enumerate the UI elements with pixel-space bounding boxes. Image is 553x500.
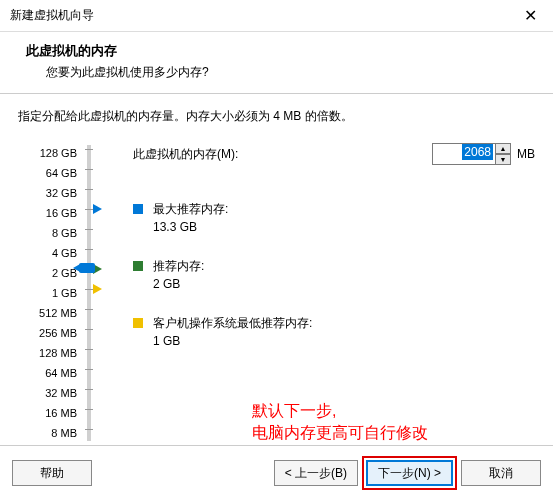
spinner-up-icon[interactable]: ▲ [495, 143, 511, 154]
current-pointer-icon [73, 263, 82, 273]
min-pointer-icon [93, 284, 102, 294]
memory-value: 2068 [462, 144, 493, 160]
page-subtitle: 您要为此虚拟机使用多少内存? [46, 64, 537, 81]
scale-label: 128 MB [39, 343, 77, 363]
close-icon[interactable]: ✕ [518, 6, 543, 25]
annotation-line2: 电脑内存更高可自行修改 [252, 422, 428, 444]
max-rec-value: 13.3 GB [153, 220, 228, 234]
scale-label: 32 GB [46, 183, 77, 203]
scale-label: 16 GB [46, 203, 77, 223]
rec-value: 2 GB [153, 277, 204, 291]
titlebar: 新建虚拟机向导 ✕ [0, 0, 553, 32]
wizard-header: 此虚拟机的内存 您要为此虚拟机使用多少内存? [0, 32, 553, 94]
scale-label: 4 GB [52, 243, 77, 263]
max-marker-icon [133, 204, 143, 214]
annotation-line1: 默认下一步, [252, 400, 428, 422]
user-annotation: 默认下一步, 电脑内存更高可自行修改 [252, 400, 428, 444]
wizard-footer: 帮助 < 上一步(B) 下一步(N) > 取消 [0, 445, 553, 500]
cancel-button[interactable]: 取消 [461, 460, 541, 486]
window-title: 新建虚拟机向导 [10, 7, 94, 24]
max-pointer-icon [93, 204, 102, 214]
memory-unit: MB [517, 147, 535, 161]
scale-label: 64 MB [45, 363, 77, 383]
help-button[interactable]: 帮助 [12, 460, 92, 486]
min-marker-icon [133, 318, 143, 328]
scale-label: 64 GB [46, 163, 77, 183]
scale-label: 512 MB [39, 303, 77, 323]
spinner-down-icon[interactable]: ▼ [495, 154, 511, 165]
memory-input[interactable]: 2068 [432, 143, 496, 165]
min-recommendation: 客户机操作系统最低推荐内存: 1 GB [133, 315, 535, 348]
memory-label: 此虚拟机的内存(M): [133, 146, 238, 163]
scale-label: 256 MB [39, 323, 77, 343]
scale-label: 32 MB [45, 383, 77, 403]
recommended-recommendation: 推荐内存: 2 GB [133, 258, 535, 291]
max-rec-title: 最大推荐内存: [153, 201, 228, 218]
min-rec-title: 客户机操作系统最低推荐内存: [153, 315, 312, 332]
back-button[interactable]: < 上一步(B) [274, 460, 358, 486]
max-recommendation: 最大推荐内存: 13.3 GB [133, 201, 535, 234]
min-rec-value: 1 GB [153, 334, 312, 348]
memory-scale: 128 GB64 GB32 GB16 GB8 GB4 GB2 GB1 GB512… [18, 143, 83, 463]
scale-label: 8 MB [51, 423, 77, 443]
next-button[interactable]: 下一步(N) > [366, 460, 453, 486]
scale-label: 1 GB [52, 283, 77, 303]
next-button-highlight: 下一步(N) > [362, 456, 457, 490]
scale-label: 128 GB [40, 143, 77, 163]
page-title: 此虚拟机的内存 [26, 42, 537, 60]
instruction-text: 指定分配给此虚拟机的内存量。内存大小必须为 4 MB 的倍数。 [18, 108, 535, 125]
memory-slider[interactable] [83, 143, 113, 443]
scale-label: 8 GB [52, 223, 77, 243]
recommended-marker-icon [133, 261, 143, 271]
scale-label: 16 MB [45, 403, 77, 423]
rec-title: 推荐内存: [153, 258, 204, 275]
memory-spinner[interactable]: ▲ ▼ [495, 143, 511, 165]
